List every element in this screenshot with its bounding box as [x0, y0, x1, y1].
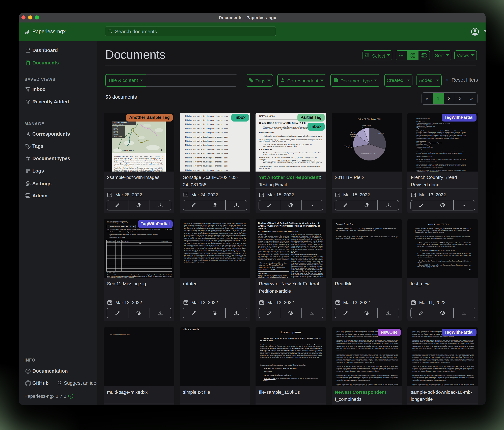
- svg-text:Completion Date: Completion Date: [107, 240, 116, 242]
- svg-text:Contact Hours: Contact Hours: [161, 240, 168, 242]
- svg-text:Provider #: Provider #: [116, 240, 121, 242]
- svg-text:Course Name: Course Name: [122, 240, 129, 242]
- svg-text:Google Earth: Google Earth: [122, 149, 134, 151]
- svg-text:Normal, 150, 30%: Normal, 150, 30%: [375, 133, 384, 134]
- svg-text:Isolated Systolic: Isolated Systolic: [362, 124, 370, 126]
- svg-text:Hypertension, 31, 6%: Hypertension, 31, 6%: [361, 126, 372, 128]
- svg-text:44, 9%: 44, 9%: [351, 136, 355, 137]
- svg-text:Hypertension,: Hypertension,: [349, 134, 356, 135]
- svg-text:Stage 2: Stage 2: [351, 132, 355, 133]
- svg-text:Patient BP Distribution 2011: Patient BP Distribution 2011: [358, 118, 381, 120]
- svg-text:65, 13%: 65, 13%: [348, 147, 352, 148]
- svg-text:Pre-hypertension, 212, 42%: Pre-hypertension, 212, 42%: [361, 153, 375, 154]
- svg-text:Stage 1 Hypertension,: Stage 1 Hypertension,: [344, 145, 355, 147]
